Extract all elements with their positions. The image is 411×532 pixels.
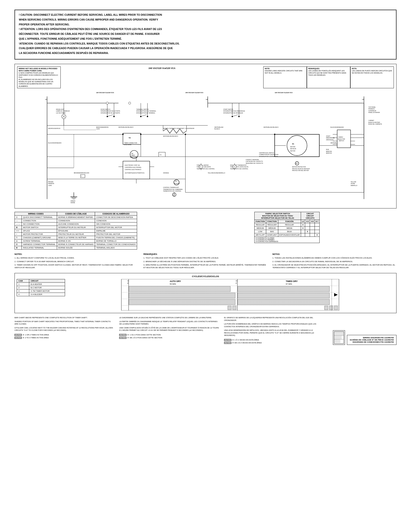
fabric-67 bbox=[315, 223, 320, 226]
bottom-notes-en: BAR CHART ABOVE REPRESENTS ONE COMPLETE … bbox=[15, 316, 114, 345]
svg-text:INTERRUPTOR DE TERMINAL: INTERRUPTOR DE TERMINAL bbox=[136, 112, 155, 114]
svg-text:MAROON/MARRON: MAROON/MARRON bbox=[96, 126, 109, 128]
wiring-code-row: ◎ SCREW TERMINAL BORNE À VIS BORNE DE TO… bbox=[15, 239, 137, 243]
notes-en-1: 1. ALL WIRING MUST CONFORM TO LOCAL ELEC… bbox=[15, 256, 139, 259]
svg-text:50 MIN: 50 MIN bbox=[170, 283, 176, 285]
svg-rect-209 bbox=[238, 299, 329, 305]
svg-text:WHITE/BLANC/BLANCO: WHITE/BLANC/BLANCO bbox=[163, 135, 178, 137]
svg-text:TIMER: TIMER bbox=[131, 154, 135, 156]
svg-text:ARRANQUE: ARRANQUE bbox=[326, 139, 334, 140]
cycle-cam-row: 3 X-TM TIMER MOTOR bbox=[17, 289, 65, 293]
svg-text:THERMOS. SÉCURITÉ: THERMOS. SÉCURITÉ bbox=[196, 166, 211, 168]
cycle-bars-svg: O F O F AUTO DRY 50 MIN TIMED DRY 97 MIN bbox=[66, 279, 394, 311]
svg-text:O: O bbox=[127, 280, 129, 282]
wiring-code-fr: BORNE À DÉBRANCHEMENT RAPIDE bbox=[57, 216, 95, 219]
wiring-code-en: NO CONNECTION bbox=[22, 222, 57, 226]
indicator-svg bbox=[334, 331, 344, 344]
bottom-note-en-2: SHADED PORTION OF BAR CHART INDICATES TH… bbox=[15, 320, 114, 325]
svg-text:CONTRÔLE ELECTRONIQ.: CONTRÔLE ELECTRONIQ. bbox=[125, 167, 142, 168]
caution-line-4: ! ATTENTION: LORS DES OPÉRATIONS D'ENTRE… bbox=[19, 27, 392, 31]
wiring-note-1: WIRING NOT INCLUDED IN MODELS PROVIDED W… bbox=[17, 66, 61, 88]
wiring-codes-header-en: WIRING CODES bbox=[15, 212, 57, 216]
svg-text:MOTOR PROTECTOR: MOTOR PROTECTOR bbox=[292, 166, 306, 168]
wiring-codes-header-fr: CODES DE CÂBLAGE bbox=[57, 212, 95, 216]
col-function: FUNCTION bbox=[255, 219, 266, 223]
wiring-code-es: CONECTOR DE DESCONEXION RAPIDA bbox=[95, 216, 137, 219]
svg-text:TM: TM bbox=[129, 137, 131, 139]
svg-text:BLACK/NOIR/NEGRO: BLACK/NOIR/NEGRO bbox=[330, 126, 344, 128]
fabric-selector-row: LOW BAS BAJA X bbox=[255, 230, 320, 233]
wiring-code-row: ○ MOTOR PROTECTOR PROTECTEUR DU MOTEUR P… bbox=[15, 232, 137, 236]
svg-text:INTERRUPTOR DE ARRANQUE: INTERRUPTOR DE ARRANQUE bbox=[223, 112, 243, 114]
svg-rect-221 bbox=[334, 336, 342, 339]
fabric-selector-row: MEDIUM MÉDIUM MEDIA X bbox=[255, 226, 320, 230]
wiring-codes-container: WIRING CODES CODES DE CÂBLAGE CODIGOS DE… bbox=[15, 212, 252, 249]
legend-es-1: ⊳ 1 Ó 2 VECES EN ESTA ÁREA bbox=[224, 339, 324, 342]
wiring-code-fr: INTERRUPTEUR DU MOTEUR bbox=[57, 226, 95, 229]
wiring-code-row: ⊟ HARNESS CONNECTOR TERMINAL BORNE À CON… bbox=[15, 243, 137, 246]
bottom-notes-fr: LE DIAGRAMME SUR LA GAUCHE REPRÉSENTE UN… bbox=[119, 316, 219, 345]
svg-text:ORANGE: ORANGE bbox=[163, 172, 169, 174]
circuit-name: B-C MOTOR bbox=[29, 286, 65, 289]
wiring-code-es: EMPALME bbox=[95, 229, 137, 232]
svg-text:TL: TL bbox=[200, 166, 202, 168]
svg-text:120 VAC/120 Vca/120 VCA: 120 VAC/120 Vca/120 VCA bbox=[96, 92, 114, 93]
legend-fr-1: ⊳ 1 OU 2 FOIS DANS CETTE SECTION bbox=[119, 334, 219, 336]
svg-text:INTERRUPTEUR DU TERMINAL: INTERRUPTEUR DU TERMINAL bbox=[136, 110, 156, 112]
svg-text:CAFÉ: CAFÉ bbox=[96, 128, 100, 130]
fabric-funcion: ESPONJADO/VENTILAR bbox=[278, 233, 301, 237]
wiring-code-en: INSULATED TERMINAL bbox=[22, 246, 57, 249]
legend-en-2: ⊳ 2 TO 3 TIMES IN THIS AREA bbox=[15, 337, 114, 339]
fabric-fonction: MÉDIUM bbox=[266, 226, 278, 230]
fabric-67: X bbox=[315, 233, 320, 237]
svg-text:GREEN: GREEN bbox=[71, 200, 75, 201]
svg-text:INTERRUPTOR DE LA PUERTA: INTERRUPTOR DE LA PUERTA bbox=[101, 112, 120, 114]
wiring-code-en: QUICK DISCONNECT TERMINAL bbox=[22, 216, 57, 219]
svg-text:(AUTOMATIQUE/AUTOMATICO): (AUTOMATIQUE/AUTOMATICO) bbox=[125, 172, 145, 174]
wiring-diagram-section: WIRING NOT INCLUDED IN MODELS PROVIDED W… bbox=[15, 64, 396, 209]
svg-rect-211 bbox=[233, 306, 236, 310]
svg-text:JAUNE: JAUNE bbox=[351, 183, 355, 184]
svg-text:MOTEUR: MOTEUR bbox=[290, 148, 296, 150]
svg-text:TERMOSTATO DE CONTROL: TERMOSTATO DE CONTROL bbox=[163, 190, 181, 192]
fabric-selector-row: REGULAR RÉGULIER REGULAR X bbox=[255, 223, 320, 226]
svg-text:BASE DEL GABINETE: BASE DEL GABINETE bbox=[368, 123, 382, 125]
wiring-code-symbol: ⊓ bbox=[15, 236, 22, 239]
wiring-code-row: ⊠ MOTOR SWITCH INTERRUPTEUR DU MOTEUR IN… bbox=[15, 226, 137, 229]
wiring-id-line1: WIRING DIAGRAM P/N 131996700 bbox=[350, 337, 394, 339]
bottom-note-fr-2: LA PARTIE OMBRÉE DU DIAGRAMME INDIQUE LE… bbox=[119, 320, 219, 325]
svg-text:TERMINAL SWITCH: TERMINAL SWITCH bbox=[136, 109, 149, 110]
caution-line-6: QUE L'APPAREIL FONCTIONNE ADÉQUATEMENT U… bbox=[19, 37, 392, 41]
cycle-chart-section: CYCLES/CYCLES/CICLOS CAM CIRCUIT 1 B-A H… bbox=[15, 273, 396, 313]
wiring-code-es: TERMINAL AISLADO bbox=[95, 246, 137, 249]
svg-rect-220 bbox=[334, 332, 344, 335]
notes-fr-title: REMARQUES: bbox=[143, 253, 267, 256]
wiring-codes-header-es: CODIGOS DE ALAMBRADO bbox=[95, 212, 137, 216]
svg-text:CONTROL THERMOSTAT: CONTROL THERMOSTAT bbox=[163, 187, 179, 188]
svg-text:YELLOW/JAUNE/AMARILLO: YELLOW/JAUNE/AMARILLO bbox=[208, 172, 225, 174]
wiring-codes-table: WIRING CODES CODES DE CÂBLAGE CODIGOS DE… bbox=[15, 212, 137, 249]
legend-bar-es-2 bbox=[224, 342, 231, 344]
fabric-function: REGULAR bbox=[255, 223, 266, 226]
col-l2: L2 bbox=[301, 219, 305, 223]
svg-text:O: O bbox=[236, 280, 237, 282]
notes-fr-column: REMARQUES: 1. TOUT LE CÂBLAGE DOIT RESPE… bbox=[143, 253, 267, 270]
svg-text:AMARILLO: AMARILLO bbox=[351, 184, 358, 186]
wiring-note-2: NOTE: DASHED LINES INDICATE CIRCUITS THA… bbox=[263, 66, 307, 88]
svg-point-95 bbox=[122, 133, 124, 135]
footer-inner: WIRING DIAGRAM P/N 131996700 SCHÉMA DE C… bbox=[329, 330, 396, 345]
fabric-l2: X bbox=[301, 226, 305, 230]
svg-text:MP: MP bbox=[296, 163, 298, 164]
svg-text:FABRIC: FABRIC bbox=[338, 136, 343, 138]
wiring-code-fr: AUCUNE CONNEXION bbox=[57, 222, 95, 226]
wiring-code-en: SPLICE bbox=[22, 229, 57, 232]
circuit-name: X-TM TIMER MOTOR bbox=[29, 289, 65, 293]
col-fonction: FONCTION bbox=[266, 219, 278, 223]
fabric-43 bbox=[305, 226, 310, 230]
caution-text: ! CAUTION: DISCONNECT ELECTRIC CURRENT B… bbox=[19, 13, 392, 55]
notes-es-column: NOTAS: 1. TODAS LAS INSTALACIONES ALÁMBR… bbox=[272, 253, 396, 270]
svg-text:HEATER / ÉLÉMENT CHAUFFANT / C: HEATER / ÉLÉMENT CHAUFFANT / CALENTADOR bbox=[163, 127, 194, 129]
svg-text:VERDE: VERDE bbox=[71, 202, 75, 203]
svg-text:RED/ROUGE/ROJO: RED/ROUGE/ROJO bbox=[48, 127, 60, 129]
fabric-67 bbox=[315, 230, 320, 233]
